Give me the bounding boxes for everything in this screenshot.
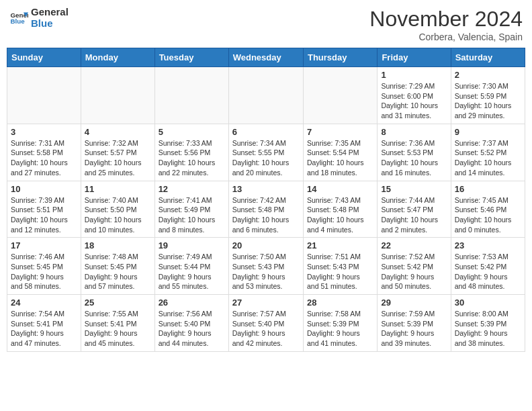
calendar-day: 25Sunrise: 7:55 AM Sunset: 5:41 PM Dayli…: [81, 295, 154, 352]
day-number: 17: [11, 240, 77, 250]
calendar-table: SundayMondayTuesdayWednesdayThursdayFrid…: [7, 48, 525, 352]
calendar-day: [81, 67, 154, 124]
day-number: 8: [381, 127, 447, 137]
day-info: Sunrise: 7:41 AM Sunset: 5:49 PM Dayligh…: [159, 195, 225, 235]
day-number: 4: [85, 127, 151, 137]
calendar-day: 18Sunrise: 7:48 AM Sunset: 5:45 PM Dayli…: [81, 238, 154, 295]
day-number: 20: [232, 240, 300, 250]
day-info: Sunrise: 7:30 AM Sunset: 5:59 PM Dayligh…: [455, 81, 521, 121]
calendar-day: 15Sunrise: 7:44 AM Sunset: 5:47 PM Dayli…: [378, 181, 451, 238]
calendar-day: 21Sunrise: 7:51 AM Sunset: 5:43 PM Dayli…: [303, 238, 377, 295]
weekday-header-monday: Monday: [81, 48, 154, 67]
day-number: 28: [307, 298, 373, 308]
day-info: Sunrise: 7:58 AM Sunset: 5:39 PM Dayligh…: [307, 309, 373, 349]
calendar-day: 30Sunrise: 8:00 AM Sunset: 5:39 PM Dayli…: [451, 295, 525, 352]
svg-text:Blue: Blue: [10, 17, 25, 25]
day-info: Sunrise: 7:44 AM Sunset: 5:47 PM Dayligh…: [381, 195, 447, 235]
day-number: 13: [232, 184, 300, 194]
day-info: Sunrise: 7:42 AM Sunset: 5:48 PM Dayligh…: [232, 195, 300, 235]
day-info: Sunrise: 7:29 AM Sunset: 6:00 PM Dayligh…: [381, 81, 447, 121]
day-info: Sunrise: 8:00 AM Sunset: 5:39 PM Dayligh…: [455, 309, 521, 349]
calendar-day: 28Sunrise: 7:58 AM Sunset: 5:39 PM Dayli…: [303, 295, 377, 352]
calendar-day: [303, 67, 377, 124]
day-info: Sunrise: 7:50 AM Sunset: 5:43 PM Dayligh…: [232, 252, 300, 291]
calendar-day: 16Sunrise: 7:45 AM Sunset: 5:46 PM Dayli…: [451, 181, 525, 238]
day-info: Sunrise: 7:31 AM Sunset: 5:58 PM Dayligh…: [11, 138, 77, 178]
day-info: Sunrise: 7:36 AM Sunset: 5:53 PM Dayligh…: [381, 138, 447, 178]
day-number: 21: [307, 240, 373, 250]
day-info: Sunrise: 7:57 AM Sunset: 5:40 PM Dayligh…: [232, 309, 300, 349]
calendar-day: 14Sunrise: 7:43 AM Sunset: 5:48 PM Dayli…: [303, 181, 377, 238]
title-block: November 2024 Corbera, Valencia, Spain: [369, 7, 523, 42]
calendar-day: [154, 67, 228, 124]
calendar-day: 8Sunrise: 7:36 AM Sunset: 5:53 PM Daylig…: [378, 124, 451, 181]
day-info: Sunrise: 7:35 AM Sunset: 5:54 PM Dayligh…: [307, 138, 373, 178]
day-info: Sunrise: 7:34 AM Sunset: 5:55 PM Dayligh…: [232, 138, 300, 178]
day-info: Sunrise: 7:33 AM Sunset: 5:56 PM Dayligh…: [159, 138, 225, 178]
weekday-header-friday: Friday: [378, 48, 451, 67]
day-number: 1: [381, 70, 447, 80]
calendar-day: 4Sunrise: 7:32 AM Sunset: 5:57 PM Daylig…: [81, 124, 154, 181]
day-info: Sunrise: 7:49 AM Sunset: 5:44 PM Dayligh…: [159, 252, 225, 291]
day-number: 11: [85, 184, 151, 194]
day-info: Sunrise: 7:52 AM Sunset: 5:42 PM Dayligh…: [381, 252, 447, 291]
day-number: 14: [307, 184, 373, 194]
day-number: 23: [455, 240, 521, 250]
logo-blue: Blue: [31, 18, 69, 30]
day-number: 29: [381, 298, 447, 308]
day-info: Sunrise: 7:45 AM Sunset: 5:46 PM Dayligh…: [455, 195, 521, 235]
day-info: Sunrise: 7:46 AM Sunset: 5:45 PM Dayligh…: [11, 252, 77, 291]
day-number: 3: [11, 127, 77, 137]
calendar-day: 22Sunrise: 7:52 AM Sunset: 5:42 PM Dayli…: [378, 238, 451, 295]
logo-icon: General Blue: [9, 9, 28, 28]
calendar-day: 6Sunrise: 7:34 AM Sunset: 5:55 PM Daylig…: [228, 124, 303, 181]
day-info: Sunrise: 7:56 AM Sunset: 5:40 PM Dayligh…: [159, 309, 225, 349]
calendar-week-4: 17Sunrise: 7:46 AM Sunset: 5:45 PM Dayli…: [7, 238, 525, 295]
calendar-day: 27Sunrise: 7:57 AM Sunset: 5:40 PM Dayli…: [228, 295, 303, 352]
day-info: Sunrise: 7:37 AM Sunset: 5:52 PM Dayligh…: [455, 138, 521, 178]
calendar-week-2: 3Sunrise: 7:31 AM Sunset: 5:58 PM Daylig…: [7, 124, 525, 181]
day-number: 22: [381, 240, 447, 250]
weekday-header-saturday: Saturday: [451, 48, 525, 67]
calendar-day: 11Sunrise: 7:40 AM Sunset: 5:50 PM Dayli…: [81, 181, 154, 238]
calendar-day: 1Sunrise: 7:29 AM Sunset: 6:00 PM Daylig…: [378, 67, 451, 124]
day-number: 12: [159, 184, 225, 194]
day-info: Sunrise: 7:51 AM Sunset: 5:43 PM Dayligh…: [307, 252, 373, 291]
day-number: 26: [159, 298, 225, 308]
month-title: November 2024: [369, 7, 523, 32]
day-info: Sunrise: 7:40 AM Sunset: 5:50 PM Dayligh…: [85, 195, 151, 235]
day-number: 6: [232, 127, 300, 137]
day-info: Sunrise: 7:53 AM Sunset: 5:42 PM Dayligh…: [455, 252, 521, 291]
day-info: Sunrise: 7:39 AM Sunset: 5:51 PM Dayligh…: [11, 195, 77, 235]
weekday-header-sunday: Sunday: [7, 48, 81, 67]
day-number: 30: [455, 298, 521, 308]
calendar-day: 5Sunrise: 7:33 AM Sunset: 5:56 PM Daylig…: [154, 124, 228, 181]
logo: General Blue General Blue: [9, 7, 69, 29]
day-number: 27: [232, 298, 300, 308]
calendar-day: 20Sunrise: 7:50 AM Sunset: 5:43 PM Dayli…: [228, 238, 303, 295]
calendar-day: 2Sunrise: 7:30 AM Sunset: 5:59 PM Daylig…: [451, 67, 525, 124]
calendar-week-5: 24Sunrise: 7:54 AM Sunset: 5:41 PM Dayli…: [7, 295, 525, 352]
weekday-header-wednesday: Wednesday: [228, 48, 303, 67]
day-number: 18: [85, 240, 151, 250]
day-number: 25: [85, 298, 151, 308]
day-number: 19: [159, 240, 225, 250]
day-number: 24: [11, 298, 77, 308]
day-number: 15: [381, 184, 447, 194]
calendar-day: 9Sunrise: 7:37 AM Sunset: 5:52 PM Daylig…: [451, 124, 525, 181]
calendar-day: 12Sunrise: 7:41 AM Sunset: 5:49 PM Dayli…: [154, 181, 228, 238]
calendar-day: 26Sunrise: 7:56 AM Sunset: 5:40 PM Dayli…: [154, 295, 228, 352]
day-info: Sunrise: 7:48 AM Sunset: 5:45 PM Dayligh…: [85, 252, 151, 291]
calendar-day: 10Sunrise: 7:39 AM Sunset: 5:51 PM Dayli…: [7, 181, 81, 238]
day-info: Sunrise: 7:55 AM Sunset: 5:41 PM Dayligh…: [85, 309, 151, 349]
weekday-header-tuesday: Tuesday: [154, 48, 228, 67]
weekday-header-thursday: Thursday: [303, 48, 377, 67]
calendar-day: 3Sunrise: 7:31 AM Sunset: 5:58 PM Daylig…: [7, 124, 81, 181]
calendar-day: [228, 67, 303, 124]
calendar-day: 24Sunrise: 7:54 AM Sunset: 5:41 PM Dayli…: [7, 295, 81, 352]
day-number: 9: [455, 127, 521, 137]
calendar-day: 23Sunrise: 7:53 AM Sunset: 5:42 PM Dayli…: [451, 238, 525, 295]
day-number: 10: [11, 184, 77, 194]
calendar-day: 19Sunrise: 7:49 AM Sunset: 5:44 PM Dayli…: [154, 238, 228, 295]
page-header: General Blue General Blue November 2024 …: [7, 7, 525, 42]
